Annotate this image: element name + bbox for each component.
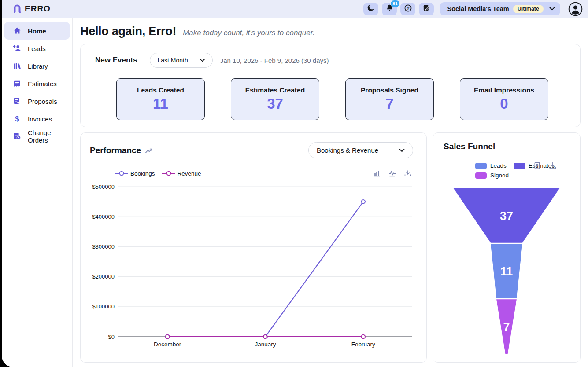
legend-item-signed[interactable]: Signed bbox=[475, 172, 509, 179]
svg-text:January: January bbox=[255, 341, 276, 348]
bottom-row: Performance Bookings & Revenue bbox=[80, 132, 581, 363]
chevron-down-icon bbox=[549, 7, 555, 11]
chevron-down-icon bbox=[200, 59, 205, 62]
funnel-actions bbox=[533, 161, 557, 170]
metric-selector[interactable]: Bookings & Revenue bbox=[308, 142, 413, 158]
download-icon[interactable] bbox=[403, 170, 412, 177]
plan-badge: Ultimate bbox=[513, 5, 544, 13]
performance-header: Performance Bookings & Revenue bbox=[90, 142, 413, 158]
sales-funnel-card: Sales Funnel Leads Estimates Signed bbox=[433, 132, 581, 363]
sidebar: Home Leads Library Estimates Proposals $… bbox=[2, 18, 73, 367]
stat-card-proposals-signed[interactable]: Proposals Signed 7 bbox=[345, 78, 434, 120]
home-icon bbox=[13, 26, 22, 35]
topbar-actions: 81 ? Social Media's Team Ultimate bbox=[363, 2, 583, 16]
sidebar-item-label: Change Orders bbox=[28, 129, 70, 144]
new-events-title: New Events bbox=[95, 56, 137, 65]
library-icon bbox=[13, 62, 22, 70]
notes-button[interactable] bbox=[419, 3, 434, 15]
top-bar: ERRO 81 ? bbox=[2, 0, 588, 18]
date-range-text: Jan 10, 2026 - Feb 9, 2026 (30 days) bbox=[220, 57, 329, 64]
arch-logo-icon bbox=[11, 3, 23, 15]
svg-text:December: December bbox=[154, 341, 181, 348]
svg-text:11: 11 bbox=[500, 265, 513, 278]
legend-label: Leads bbox=[490, 162, 507, 169]
page-title: Hello again, Erro! bbox=[80, 25, 176, 38]
trend-up-icon bbox=[145, 147, 152, 154]
metric-selected: Bookings & Revenue bbox=[317, 147, 378, 154]
line-chart-icon[interactable] bbox=[388, 170, 397, 177]
sidebar-item-invoices[interactable]: $ Invoices bbox=[4, 110, 70, 128]
download-icon[interactable] bbox=[548, 161, 557, 170]
sidebar-item-label: Estimates bbox=[28, 80, 57, 88]
sidebar-item-label: Proposals bbox=[28, 98, 57, 105]
svg-text:$: $ bbox=[15, 115, 19, 123]
performance-legend: Bookings Revenue bbox=[115, 170, 201, 177]
sidebar-item-library[interactable]: Library bbox=[4, 57, 70, 75]
line-marker-icon bbox=[162, 171, 175, 176]
svg-text:$200000: $200000 bbox=[92, 273, 115, 280]
document-clock-icon bbox=[13, 132, 22, 141]
logo-text: ERRO bbox=[25, 4, 51, 14]
legend-item-revenue[interactable]: Revenue bbox=[162, 170, 201, 177]
sales-funnel-title: Sales Funnel bbox=[444, 142, 495, 151]
performance-toolbar: Bookings Revenue bbox=[90, 170, 413, 177]
chart-actions bbox=[373, 170, 412, 177]
stat-value: 7 bbox=[385, 95, 393, 112]
svg-text:February: February bbox=[351, 341, 375, 348]
bar-chart-icon[interactable] bbox=[373, 170, 381, 177]
sidebar-item-change-orders[interactable]: Change Orders bbox=[4, 128, 70, 145]
help-button[interactable]: ? bbox=[400, 3, 415, 15]
performance-title: Performance bbox=[90, 146, 141, 155]
date-range-selector[interactable]: Last Month bbox=[150, 53, 212, 68]
team-selector[interactable]: Social Media's Team Ultimate bbox=[440, 2, 560, 15]
app-window: ERRO 81 ? bbox=[2, 0, 588, 367]
legend-swatch bbox=[514, 163, 525, 169]
performance-chart: $500000$400000$300000$200000$100000$0Dec… bbox=[90, 180, 415, 356]
stat-value: 37 bbox=[267, 95, 283, 112]
stat-value: 11 bbox=[153, 95, 168, 112]
svg-text:$300000: $300000 bbox=[92, 243, 115, 250]
date-range-selected: Last Month bbox=[157, 57, 188, 64]
stat-value: 0 bbox=[500, 95, 508, 112]
person-add-icon bbox=[13, 44, 22, 53]
sidebar-item-estimates[interactable]: Estimates bbox=[4, 75, 70, 92]
sidebar-item-leads[interactable]: Leads bbox=[4, 40, 70, 57]
moon-icon bbox=[367, 4, 375, 14]
svg-text:$500000: $500000 bbox=[92, 184, 115, 190]
theme-toggle-button[interactable] bbox=[363, 3, 378, 15]
greeting: Hello again, Erro! Make today count, it'… bbox=[80, 25, 588, 38]
svg-text:7: 7 bbox=[503, 320, 510, 334]
svg-text:37: 37 bbox=[500, 209, 513, 223]
legend-item-leads[interactable]: Leads bbox=[475, 162, 507, 169]
stat-card-leads-created[interactable]: Leads Created 11 bbox=[116, 78, 205, 120]
new-events-header: New Events Last Month Jan 10, 2026 - Feb… bbox=[95, 53, 570, 68]
legend-swatch bbox=[475, 163, 487, 169]
sidebar-item-label: Library bbox=[28, 62, 48, 70]
stat-card-email-impressions[interactable]: Email Impressions 0 bbox=[460, 78, 548, 120]
sidebar-item-label: Leads bbox=[28, 45, 46, 52]
sidebar-item-home[interactable]: Home bbox=[4, 22, 70, 40]
note-edit-icon bbox=[422, 4, 431, 14]
legend-label: Signed bbox=[490, 172, 509, 179]
receipt-icon bbox=[13, 79, 22, 88]
notifications-button[interactable]: 81 bbox=[382, 3, 397, 15]
stat-label: Email Impressions bbox=[474, 86, 534, 94]
stats-row: Leads Created 11 Estimates Created 37 Pr… bbox=[95, 78, 570, 120]
legend-item-bookings[interactable]: Bookings bbox=[115, 170, 155, 177]
main-content: Hello again, Erro! Make today count, it'… bbox=[73, 18, 588, 367]
logo[interactable]: ERRO bbox=[11, 3, 51, 15]
line-marker-icon bbox=[115, 171, 128, 176]
sidebar-item-proposals[interactable]: Proposals bbox=[4, 92, 70, 110]
stat-card-estimates-created[interactable]: Estimates Created 37 bbox=[231, 78, 319, 120]
stat-label: Proposals Signed bbox=[361, 86, 418, 94]
sidebar-item-label: Home bbox=[28, 27, 46, 35]
avatar[interactable] bbox=[568, 2, 583, 16]
chevron-down-icon bbox=[399, 149, 405, 152]
legend-label: Revenue bbox=[178, 170, 201, 177]
document-send-icon bbox=[13, 97, 22, 106]
dollar-icon: $ bbox=[13, 114, 22, 123]
legend-label: Bookings bbox=[130, 170, 155, 177]
greeting-subtitle: Make today count, it's yours to conquer. bbox=[183, 29, 314, 37]
svg-text:$0: $0 bbox=[108, 334, 115, 340]
report-document-icon[interactable] bbox=[533, 161, 541, 170]
